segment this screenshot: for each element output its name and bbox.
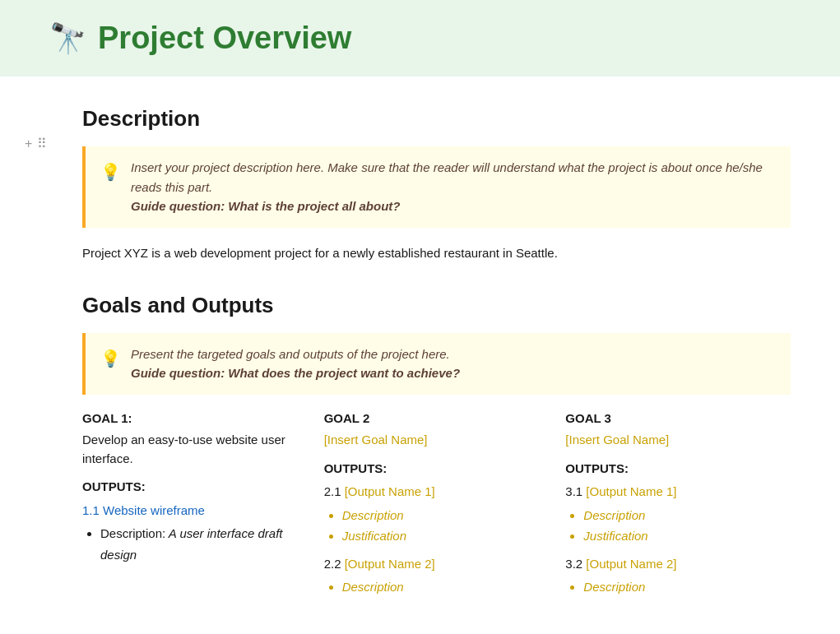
hint-icon-goals: 💡 [100,346,121,371]
output-title-2-1: 2.1 [Output Name 1] [324,483,550,502]
output-list-item: Justification [342,525,550,547]
goal-col-1: GOAL 1:Develop an easy-to-use website us… [82,410,308,606]
outputs-label-3: OUTPUTS: [565,460,791,479]
goal-title-3: GOAL 3 [565,410,791,428]
main-content: + ⠿ Description 💡 Insert your project de… [0,103,840,606]
hint-text-goals: Present the targeted goals and outputs o… [131,347,450,361]
hint-guide-description: Guide question: What is the project all … [131,199,401,213]
hint-content-description: Insert your project description here. Ma… [131,158,776,216]
output-list-3-1: DescriptionJustification [565,505,791,547]
outputs-label-2: OUTPUTS: [324,460,550,479]
outputs-label-1: OUTPUTS: [82,478,308,497]
output-title-3-1: 3.1 [Output Name 1] [565,483,791,502]
drag-handle[interactable]: ⠿ [37,134,47,154]
hint-guide-goals: Guide question: What does the project wa… [131,366,460,380]
output-list-1-1: Description: A user interface draft desi… [82,523,308,565]
side-controls: + ⠿ [25,134,47,154]
description-heading: Description [82,103,791,135]
output-list-item: Description [583,505,791,526]
goal-title-1: GOAL 1: [82,410,308,428]
output-list-2-2: Description [324,576,550,598]
hint-text-description: Insert your project description here. Ma… [131,160,763,194]
goal-name-3: [Insert Goal Name] [565,431,791,450]
output-title-3-2: 3.2 [Output Name 2] [565,555,791,574]
goal-col-3: GOAL 3[Insert Goal Name]OUTPUTS:3.1 [Out… [565,410,791,606]
goals-grid: GOAL 1:Develop an easy-to-use website us… [82,410,791,606]
goal-name-2: [Insert Goal Name] [324,431,550,450]
telescope-icon: 🔭 [49,24,86,53]
hint-icon-description: 💡 [100,160,121,184]
output-list-item: Description [583,576,791,598]
goals-heading: Goals and Outputs [82,289,791,322]
goal-col-2: GOAL 2[Insert Goal Name]OUTPUTS:2.1 [Out… [324,410,550,606]
goal-name-1: Develop an easy-to-use website user inte… [82,431,308,468]
output-list-item: Description: A user interface draft desi… [100,523,308,565]
description-body: Project XYZ is a web development project… [82,243,791,264]
project-header: 🔭 Project Overview [0,0,840,76]
output-list-item: Description [342,505,550,526]
page-title: Project Overview [98,15,351,62]
output-list-item: Justification [583,525,791,547]
page: 🔭 Project Overview + ⠿ Description 💡 Ins… [0,0,840,634]
add-block-button[interactable]: + [25,134,32,154]
goal-title-2: GOAL 2 [324,410,550,428]
description-hint-box: 💡 Insert your project description here. … [82,146,791,228]
output-list-2-1: DescriptionJustification [324,505,550,547]
output-list-3-2: Description [565,576,791,598]
output-title-1-1: 1.1 Website wireframe [82,502,308,521]
output-list-item: Description [342,576,550,598]
goals-hint-box: 💡 Present the targeted goals and outputs… [82,333,791,395]
description-body-text: Project XYZ is a web development project… [82,246,558,260]
hint-content-goals: Present the targeted goals and outputs o… [131,345,460,383]
output-title-2-2: 2.2 [Output Name 2] [324,555,550,574]
